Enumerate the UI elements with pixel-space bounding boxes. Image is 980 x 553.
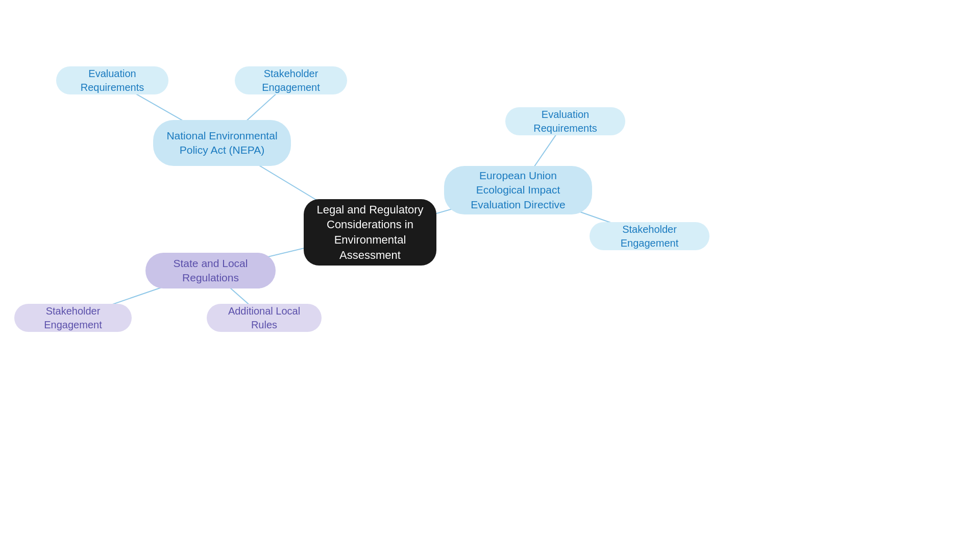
- nepa-node: National Environmental Policy Act (NEPA): [153, 120, 291, 166]
- center-node: Legal and Regulatory Considerations in E…: [304, 199, 436, 266]
- state-local-node: State and Local Regulations: [145, 253, 276, 288]
- nepa-eval-node: Evaluation Requirements: [56, 66, 168, 94]
- eu-stake-node: Stakeholder Engagement: [590, 222, 709, 250]
- eu-dir-node: European Union Ecological Impact Evaluat…: [444, 166, 592, 214]
- state-stake-node: Stakeholder Engagement: [14, 304, 132, 332]
- nepa-stake-node: Stakeholder Engagement: [235, 66, 347, 94]
- add-local-node: Additional Local Rules: [207, 304, 322, 332]
- eu-eval-node: Evaluation Requirements: [505, 107, 625, 135]
